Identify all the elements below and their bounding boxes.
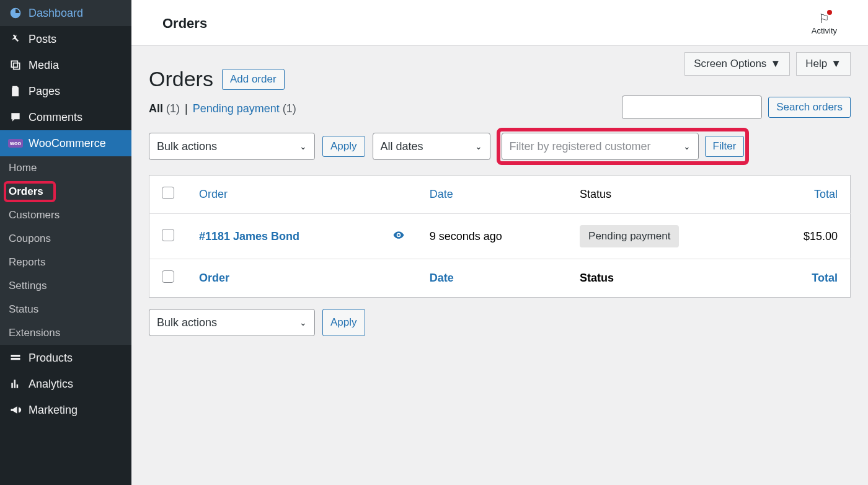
woocommerce-submenu: Home Orders Customers Coupons Reports Se…: [0, 156, 131, 345]
filter-pending-payment[interactable]: Pending payment (1): [193, 102, 296, 115]
submenu-item-customers[interactable]: Customers: [0, 203, 131, 227]
order-total: $15.00: [759, 214, 850, 259]
screen-options-button[interactable]: Screen Options ▼: [684, 52, 790, 76]
filter-button[interactable]: Filter: [705, 136, 745, 157]
screen-options-label: Screen Options: [694, 58, 766, 70]
sidebar-item-label: WooCommerce: [29, 137, 106, 150]
sidebar-item-comments[interactable]: Comments: [0, 104, 131, 130]
bottom-actions: Bulk actions ⌄ Apply: [149, 309, 851, 336]
apply-bulk-button-bottom[interactable]: Apply: [322, 309, 365, 336]
select-all-checkbox[interactable]: [162, 187, 174, 199]
triangle-down-icon: ▼: [831, 58, 841, 70]
sidebar-item-label: Comments: [29, 111, 82, 124]
marketing-icon: [9, 403, 22, 417]
submenu-item-orders[interactable]: Orders: [0, 180, 131, 203]
sidebar-item-analytics[interactable]: Analytics: [0, 371, 131, 397]
submenu-item-reports[interactable]: Reports: [0, 251, 131, 274]
sidebar-item-media[interactable]: Media: [0, 52, 131, 78]
add-order-button[interactable]: Add order: [222, 69, 285, 90]
column-order[interactable]: Order: [187, 176, 380, 214]
row-checkbox[interactable]: [162, 229, 174, 241]
bulk-actions-select[interactable]: Bulk actions ⌄: [149, 133, 315, 160]
eye-icon[interactable]: [392, 231, 405, 244]
sidebar-item-label: Products: [29, 352, 73, 365]
admin-sidebar: Dashboard Posts Media Pages Comments woo…: [0, 0, 131, 485]
filters-row: Bulk actions ⌄ Apply All dates ⌄ Filter …: [149, 129, 851, 164]
chevron-down-icon: ⌄: [475, 141, 482, 151]
sidebar-item-label: Analytics: [29, 378, 73, 391]
orders-table: Order Date Status Total #1181 James Bond…: [149, 175, 851, 298]
sidebar-item-marketing[interactable]: Marketing: [0, 397, 131, 423]
table-header-row: Order Date Status Total: [149, 176, 851, 214]
submenu-item-home[interactable]: Home: [0, 156, 131, 180]
topbar-title: Orders: [162, 16, 207, 32]
dashboard-icon: [9, 6, 22, 20]
bulk-actions-value: Bulk actions: [157, 140, 217, 153]
customer-filter-placeholder: Filter by registered customer: [510, 140, 651, 153]
search-orders-button[interactable]: Search orders: [768, 97, 851, 118]
pages-icon: [9, 84, 22, 98]
header-options: Screen Options ▼ Help ▼: [684, 52, 851, 76]
customer-filter-select[interactable]: Filter by registered customer ⌄: [502, 133, 699, 160]
filter-all[interactable]: All (1): [149, 102, 180, 115]
order-date: 9 seconds ago: [417, 214, 567, 259]
topbar: Orders ⚐ Activity: [131, 0, 868, 46]
sidebar-item-label: Media: [29, 59, 59, 72]
column-date[interactable]: Date: [417, 176, 567, 214]
sidebar-item-label: Dashboard: [29, 7, 83, 20]
flag-icon: ⚐: [818, 11, 830, 26]
column-total[interactable]: Total: [759, 176, 850, 214]
help-button[interactable]: Help ▼: [796, 52, 851, 76]
help-label: Help: [805, 58, 827, 70]
divider: |: [185, 102, 188, 115]
submenu-item-settings[interactable]: Settings: [0, 274, 131, 298]
bulk-actions-select-bottom[interactable]: Bulk actions ⌄: [149, 309, 315, 336]
chevron-down-icon: ⌄: [683, 141, 691, 151]
sidebar-item-label: Posts: [29, 33, 56, 46]
customer-filter-highlight: Filter by registered customer ⌄ Filter: [498, 129, 748, 164]
order-link[interactable]: #1181 James Bond: [199, 230, 299, 242]
date-filter-value: All dates: [381, 140, 423, 153]
column-total-footer[interactable]: Total: [759, 259, 850, 298]
select-all-checkbox-bottom[interactable]: [162, 270, 174, 283]
sidebar-item-posts[interactable]: Posts: [0, 26, 131, 52]
analytics-icon: [9, 377, 22, 391]
table-row[interactable]: #1181 James Bond 9 seconds ago Pending p…: [149, 214, 851, 259]
bulk-actions-value-bottom: Bulk actions: [157, 316, 217, 329]
comment-icon: [9, 110, 22, 124]
table-footer-row: Order Date Status Total: [149, 259, 851, 298]
woo-icon: woo: [9, 136, 22, 150]
activity-button[interactable]: ⚐ Activity: [812, 11, 837, 35]
sidebar-item-pages[interactable]: Pages: [0, 78, 131, 104]
column-status-footer: Status: [567, 259, 759, 298]
products-icon: [9, 351, 22, 365]
column-date-footer[interactable]: Date: [417, 259, 567, 298]
media-icon: [9, 58, 22, 72]
chevron-down-icon: ⌄: [299, 318, 307, 327]
column-order-footer[interactable]: Order: [187, 259, 380, 298]
activity-label: Activity: [812, 26, 837, 35]
pin-icon: [9, 32, 22, 46]
triangle-down-icon: ▼: [770, 58, 781, 70]
sidebar-item-label: Marketing: [29, 404, 78, 417]
sidebar-item-dashboard[interactable]: Dashboard: [0, 0, 131, 26]
sidebar-item-products[interactable]: Products: [0, 345, 131, 371]
status-badge: Pending payment: [580, 225, 679, 247]
submenu-item-status[interactable]: Status: [0, 298, 131, 321]
apply-bulk-button[interactable]: Apply: [322, 136, 365, 157]
chevron-down-icon: ⌄: [299, 141, 307, 151]
date-filter-select[interactable]: All dates ⌄: [373, 133, 490, 160]
content-area: Screen Options ▼ Help ▼ Orders Add order…: [131, 46, 868, 354]
search-orders-input[interactable]: [622, 96, 762, 119]
column-status: Status: [567, 176, 759, 214]
sidebar-item-label: Pages: [29, 85, 60, 98]
submenu-item-coupons[interactable]: Coupons: [0, 227, 131, 251]
sidebar-item-woocommerce[interactable]: woo WooCommerce: [0, 130, 131, 156]
page-title: Orders: [149, 67, 213, 91]
main-content: Orders ⚐ Activity Screen Options ▼ Help …: [131, 0, 868, 485]
submenu-item-extensions[interactable]: Extensions: [0, 321, 131, 345]
